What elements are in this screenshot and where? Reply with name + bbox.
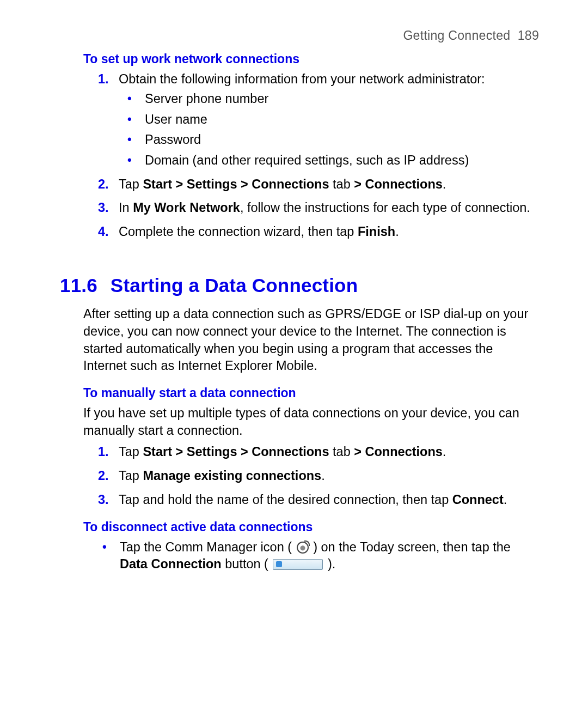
- bold-text: Finish: [358, 224, 395, 239]
- comm-manager-icon: [297, 542, 309, 554]
- sub-bullet-item: Domain (and other required settings, suc…: [123, 152, 539, 169]
- step-text: Tap Manage existing connections.: [119, 469, 325, 483]
- step-number: 2.: [98, 467, 109, 485]
- chapter-title: Getting Connected: [403, 28, 510, 42]
- step-text: Tap and hold the name of the desired con…: [119, 493, 507, 507]
- bold-text: My Work Network: [133, 201, 240, 215]
- step-number: 3.: [98, 491, 109, 509]
- page-number: 189: [518, 28, 539, 42]
- step-item: 2.Tap Start > Settings > Connections tab…: [98, 176, 539, 193]
- step-number: 1.: [98, 443, 109, 461]
- sub-bullet-item: User name: [123, 111, 539, 129]
- sub-bullet-item: Password: [123, 131, 539, 149]
- subsection-title-manual-start: To manually start a data connection: [83, 385, 539, 402]
- subsection-title-disconnect: To disconnect active data connections: [83, 519, 539, 536]
- steps-list-setup-work: 1.Obtain the following information from …: [60, 71, 539, 241]
- step-item: 3.In My Work Network, follow the instruc…: [98, 199, 539, 217]
- step-number: 2.: [98, 176, 109, 193]
- bold-text: Start > Settings > Connections: [143, 445, 329, 459]
- step-text: Tap Start > Settings > Connections tab >…: [119, 445, 446, 459]
- bullet-list-disconnect: Tap the Comm Manager icon ( ) on the Tod…: [60, 539, 539, 573]
- bold-text: > Connections: [354, 445, 443, 459]
- sub-bullet-list: Server phone numberUser namePasswordDoma…: [119, 90, 539, 169]
- section-title: Starting a Data Connection: [111, 275, 358, 296]
- step-item: 1.Tap Start > Settings > Connections tab…: [98, 443, 539, 461]
- section-heading: 11.6 Starting a Data Connection: [60, 272, 539, 298]
- section-number: 11.6: [60, 275, 97, 296]
- data-connection-button-icon: [273, 559, 323, 570]
- step-item: 2.Tap Manage existing connections.: [98, 467, 539, 485]
- section-intro: After setting up a data connection such …: [83, 306, 539, 375]
- sub-bullet-item: Server phone number: [123, 90, 539, 108]
- step-text: Complete the connection wizard, then tap…: [119, 224, 399, 239]
- page-header: Getting Connected 189: [60, 27, 539, 44]
- step-item: 1.Obtain the following information from …: [98, 71, 539, 169]
- bold-text: Start > Settings > Connections: [143, 177, 329, 191]
- bold-text: > Connections: [354, 177, 443, 191]
- step-item: 3.Tap and hold the name of the desired c…: [98, 491, 539, 509]
- step-number: 4.: [98, 223, 109, 241]
- step-text: In My Work Network, follow the instructi…: [119, 201, 530, 215]
- step-text: Tap Start > Settings > Connections tab >…: [119, 177, 446, 191]
- subsection-intro-manual-start: If you have set up multiple types of dat…: [83, 405, 539, 439]
- subsection-title-setup-work: To set up work network connections: [83, 51, 539, 68]
- bold-text: Manage existing connections: [143, 469, 321, 483]
- bullet-item: Tap the Comm Manager icon ( ) on the Tod…: [98, 539, 539, 573]
- steps-list-manual-start: 1.Tap Start > Settings > Connections tab…: [60, 443, 539, 508]
- step-number: 1.: [98, 71, 109, 88]
- document-page: Getting Connected 189 To set up work net…: [0, 0, 588, 611]
- step-item: 4.Complete the connection wizard, then t…: [98, 223, 539, 241]
- step-number: 3.: [98, 199, 109, 217]
- bold-text: Data Connection: [120, 557, 222, 571]
- bold-text: Connect: [452, 493, 504, 507]
- step-text: Obtain the following information from yo…: [119, 72, 485, 86]
